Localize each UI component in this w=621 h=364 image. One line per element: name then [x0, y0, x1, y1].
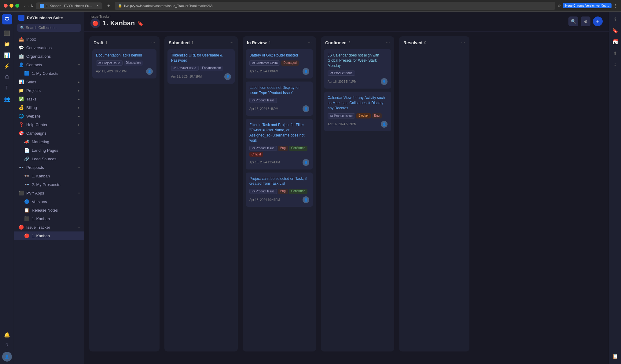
- sidebar-item-sales[interactable]: 📊 Sales ▸: [14, 78, 84, 86]
- user-avatar[interactable]: 👤: [2, 352, 12, 362]
- sidebar-item-help[interactable]: ❓ Help Center ▸: [14, 120, 84, 129]
- filter-button[interactable]: ⚙: [581, 16, 590, 26]
- tag-enhancement: Enhancement: [200, 66, 223, 71]
- card-c5[interactable]: Filter in Task and Project for Filter "O…: [246, 119, 313, 169]
- card-c7[interactable]: JS Calendar does not align with Global P…: [324, 49, 391, 89]
- minimize-dot[interactable]: [9, 4, 13, 8]
- rail-icon-chart[interactable]: 📊: [2, 50, 12, 60]
- rail-icon-folder[interactable]: 📁: [2, 39, 12, 49]
- card-c4-avatar: 👤: [303, 105, 309, 112]
- sidebar-item-versions[interactable]: 🔵 Versions: [14, 197, 84, 206]
- col-submitted-count: 1: [191, 41, 193, 45]
- refresh-button[interactable]: ↻: [31, 4, 34, 8]
- card-c4[interactable]: Label Icon does not Display for Issue Ty…: [246, 82, 313, 116]
- right-rail: ℹ 🔖 📅 ⬆ ↕ 📋: [609, 12, 621, 364]
- sidebar-item-contacts[interactable]: 👤 Contacts ▾: [14, 60, 84, 69]
- pvy-apps-chevron: ▾: [78, 191, 80, 195]
- sidebar-item-issue-tracker[interactable]: 🔴 Issue Tracker ▾: [14, 223, 84, 231]
- sidebar-logo: [18, 15, 24, 21]
- right-bookmark-icon[interactable]: 🔖: [611, 27, 619, 35]
- sidebar-item-campaigns[interactable]: 🎯 Campaigns ▾: [14, 129, 84, 137]
- issue-tracker-icon: 🔴: [18, 225, 24, 230]
- col-draft-menu[interactable]: ···: [151, 40, 155, 46]
- forward-button[interactable]: ›: [28, 3, 29, 8]
- col-confirmed: Confirmed 2 ··· JS Calendar does not ali…: [321, 36, 394, 351]
- tab-close[interactable]: ✕: [96, 4, 99, 7]
- card-c3-avatar: 👤: [303, 68, 309, 75]
- sidebar-item-billing[interactable]: 💰 Billing ▸: [14, 103, 84, 112]
- right-copy-icon[interactable]: 📋: [611, 352, 619, 360]
- help-icon: ❓: [18, 122, 24, 127]
- card-c7-tags: 🏷 Product Issue: [328, 71, 388, 76]
- tag-discussion: Discussion: [124, 60, 143, 66]
- card-c7-date: Apr 16, 2024 5:41PM: [328, 80, 357, 83]
- rail-icon-lightning[interactable]: ⚡: [2, 61, 12, 71]
- sidebar-item-my-prospects[interactable]: 👓 2. My Prospects: [14, 180, 84, 189]
- website-chevron: ▸: [78, 115, 80, 118]
- sidebar-item-pvy-apps[interactable]: ⬛ PVY Apps ▾: [14, 189, 84, 197]
- maximize-dot[interactable]: [15, 4, 19, 8]
- billing-chevron: ▸: [78, 106, 80, 109]
- sidebar-item-release-notes[interactable]: 📋 Release Notes: [14, 206, 84, 214]
- sidebar-item-prospects[interactable]: 👓 Prospects ▾: [14, 163, 84, 172]
- browser-tab[interactable]: 1. Kanban · PVYbusiness Su... ✕: [36, 2, 102, 9]
- rail-icon-box[interactable]: ⬛: [2, 28, 12, 38]
- menu-dots-icon[interactable]: ⋮: [613, 3, 617, 8]
- card-c1[interactable]: Documentation lacks behind 🏷 Project Iss…: [92, 49, 156, 78]
- col-confirmed-menu[interactable]: ···: [386, 40, 390, 46]
- card-c6-title: Project can't be selected on Task, if cr…: [249, 176, 309, 187]
- icon-rail: 🛡 ⬛ 📁 📊 ⚡ ⬡ T 👥 🔔 ? 👤: [0, 12, 14, 364]
- col-resolved: Resolved 0 ···: [399, 36, 469, 351]
- col-submitted-menu[interactable]: ···: [230, 40, 233, 46]
- card-c2[interactable]: Tokenized URL for Username & Password 🏷 …: [167, 49, 235, 84]
- tag-customer-claim: 🏷 Customer Claim: [249, 60, 280, 66]
- card-c6[interactable]: Project can't be selected on Task, if cr…: [246, 173, 313, 207]
- right-export-icon[interactable]: ⬆: [612, 49, 618, 57]
- sidebar-item-kanban-issue[interactable]: 🔴 1. Kanban: [14, 231, 84, 240]
- sidebar-item-lead-sources[interactable]: 🔗 Lead Sources: [14, 155, 84, 163]
- new-tab-button[interactable]: +: [105, 3, 112, 9]
- col-resolved-menu[interactable]: ···: [461, 40, 465, 46]
- browser-actions: ☆ Neue Chrome-Version verfügb... ⋮: [557, 3, 617, 8]
- rail-icon-users[interactable]: 👥: [2, 94, 12, 104]
- sidebar-item-organizations[interactable]: 🏢 Organizations: [14, 52, 84, 60]
- card-c1-title: Documentation lacks behind: [96, 53, 153, 58]
- rail-icon-bell[interactable]: 🔔: [2, 330, 12, 340]
- card-c8-date: Apr 16, 2024 5:39PM: [328, 122, 357, 126]
- right-info-icon[interactable]: ℹ: [613, 15, 617, 24]
- rail-icon-nodes[interactable]: ⬡: [2, 72, 12, 82]
- sidebar-item-projects[interactable]: 📁 Projects ▸: [14, 86, 84, 95]
- back-button[interactable]: ‹: [24, 3, 26, 8]
- tag-bug-3: Bug: [372, 113, 382, 118]
- sidebar-item-kanban-apps[interactable]: ⬛ 1. Kanban: [14, 214, 84, 223]
- col-in-review-menu[interactable]: ···: [308, 40, 312, 46]
- add-button[interactable]: +: [593, 16, 603, 26]
- issue-tracker-chevron: ▾: [78, 226, 80, 229]
- card-c3-date: Apr 12, 2024 1:06AM: [249, 70, 278, 73]
- card-c3[interactable]: Battery of Go2 Router blasted 🏷 Customer…: [246, 49, 313, 78]
- close-dot[interactable]: [4, 4, 8, 8]
- right-calendar-icon[interactable]: 📅: [611, 38, 619, 46]
- page-header-left: Issue Tracker 🔴 1. Kanban 🔖: [90, 15, 143, 28]
- bookmark-browser-icon[interactable]: ☆: [557, 3, 561, 8]
- sidebar-item-website[interactable]: 🌐 Website ▸: [14, 112, 84, 120]
- address-bar[interactable]: 🔒 live.pvy.swiss/admin/content/Issue_Tra…: [115, 2, 555, 10]
- sidebar-item-landing-pages[interactable]: 📄 Landing Pages: [14, 146, 84, 155]
- col-resolved-header: Resolved 0 ···: [399, 36, 469, 48]
- rail-icon-help[interactable]: ?: [2, 341, 12, 351]
- right-arrows-icon[interactable]: ↕: [613, 60, 618, 68]
- sidebar-item-kanban-prospects[interactable]: 👓 1. Kanban: [14, 172, 84, 180]
- search-button[interactable]: 🔍: [568, 16, 578, 26]
- rail-icon-text[interactable]: T: [2, 83, 12, 93]
- card-c8[interactable]: Calendar View for any Activity such as M…: [324, 92, 391, 131]
- update-button[interactable]: Neue Chrome-Version verfügb...: [563, 3, 612, 8]
- sidebar-item-inbox[interactable]: 📥 Inbox: [14, 35, 84, 43]
- sidebar-search[interactable]: 🔍 Search Collection...: [17, 24, 81, 32]
- sidebar-item-tasks[interactable]: ✅ Tasks ▸: [14, 95, 84, 103]
- sidebar-item-conversations[interactable]: 💬 Conversations: [14, 43, 84, 52]
- bookmark-icon[interactable]: 🔖: [137, 20, 143, 26]
- card-c4-footer: Apr 16, 2024 5:48PM 👤: [249, 105, 309, 112]
- sidebar-item-my-contacts[interactable]: 🟦 1. My Contacts: [14, 69, 84, 78]
- col-resolved-title: Resolved: [403, 40, 422, 45]
- sidebar-item-marketing[interactable]: 📣 Marketing: [14, 137, 84, 146]
